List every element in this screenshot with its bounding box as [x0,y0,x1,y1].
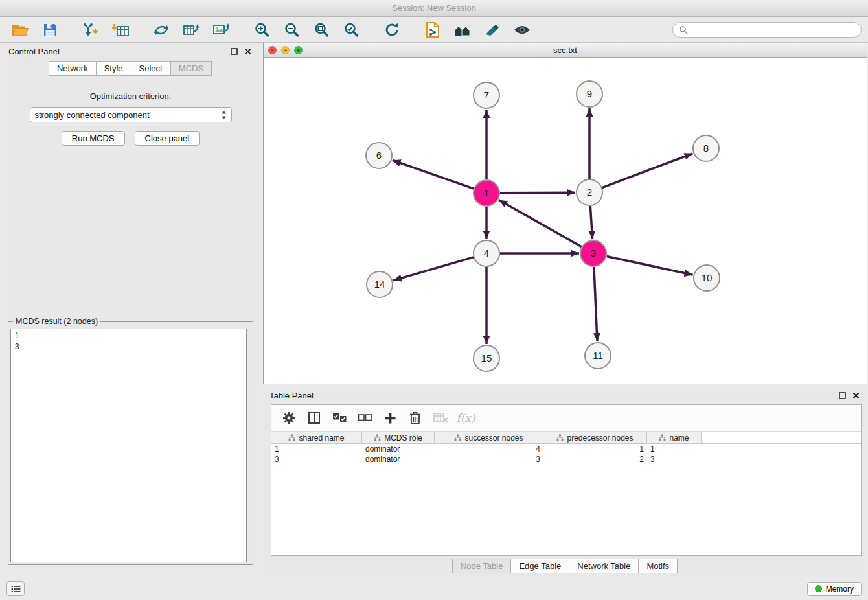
dropdown-arrows-icon [221,110,227,120]
table-export-icon [183,23,200,37]
table-toolbar: f(x) [271,405,861,432]
table-cell: 3 [647,454,702,465]
edge-4-14[interactable] [393,257,474,281]
refresh-layout-button[interactable] [378,19,405,40]
select-all-button[interactable] [328,408,350,428]
share-document-button[interactable] [419,19,446,40]
table-panel-tabs: Node TableEdge TableNetwork TableMotifs [263,559,867,573]
edge-1-6[interactable] [393,160,474,189]
search-box[interactable] [672,22,862,38]
zoom-window-icon[interactable] [294,46,303,54]
tab-mcds[interactable]: MCDS [170,61,212,76]
column-label: name [669,433,689,443]
node-label-3: 3 [591,248,596,259]
home-button[interactable] [449,19,476,40]
column-header-mcds-role[interactable]: MCDS role [362,432,435,443]
column-header-shared-name[interactable]: shared name [271,432,362,443]
export-image-button[interactable] [207,19,234,40]
table-row[interactable]: 1dominator411 [271,444,861,454]
column-label: shared name [299,433,344,443]
clone-network-button[interactable] [148,19,175,40]
zoom-fit-button[interactable] [308,19,335,40]
import-network-button[interactable] [77,19,104,40]
column-header-successor-nodes[interactable]: successor nodes [435,432,543,443]
eye-icon [514,24,531,36]
edge-3-10[interactable] [607,256,693,275]
zoom-out-button[interactable] [278,19,305,40]
save-session-button[interactable] [36,19,63,40]
edge-2-8[interactable] [602,154,693,188]
fx-icon: f(x) [456,411,475,424]
zoom-in-button[interactable] [248,19,275,40]
window-controls [268,46,303,54]
close-window-icon[interactable] [268,46,277,54]
run-mcds-button[interactable]: Run MCDS [62,131,125,146]
delete-column-button[interactable] [404,408,426,428]
float-panel-icon[interactable] [229,46,239,56]
column-type-icon [454,434,461,441]
zoom-selected-icon [343,22,360,38]
tab-motifs[interactable]: Motifs [638,559,678,573]
edge-3-1[interactable] [499,200,582,247]
close-panel-icon[interactable] [242,46,253,56]
main-toolbar [0,17,868,43]
control-panel-title: Control Panel [8,47,60,56]
function-builder-button[interactable]: f(x) [455,408,477,428]
close-table-panel-icon[interactable] [851,390,861,400]
tab-network[interactable]: Network [49,61,97,76]
zoom-fit-icon [314,22,330,38]
tab-network-table[interactable]: Network Table [569,559,639,573]
minimize-window-icon[interactable] [281,46,290,54]
criterion-dropdown[interactable]: strongly connected component [30,107,232,122]
task-history-button[interactable] [6,581,25,596]
table-cell: 3 [435,454,543,465]
column-type-icon [556,434,564,441]
plus-icon [384,412,396,424]
memory-status-icon [815,585,822,592]
tab-node-table[interactable]: Node Table [452,559,512,573]
show-columns-button[interactable] [303,408,325,428]
refresh-icon [384,22,400,38]
show-graphics-button[interactable] [508,19,536,40]
delete-table-button[interactable] [429,408,451,428]
export-table-button[interactable] [177,19,205,40]
network-arrows-icon [153,23,170,37]
column-header-predecessor-nodes[interactable]: predecessor nodes [543,432,647,443]
zoom-in-icon [254,22,270,38]
home-icon [453,23,472,37]
network-graph[interactable]: 7968124314101511 [264,58,867,384]
document-share-icon [426,22,440,38]
search-input[interactable] [691,25,855,34]
trash-icon [409,411,421,424]
zoom-selected-button[interactable] [337,19,365,40]
column-type-icon [659,434,666,441]
tab-select[interactable]: Select [131,61,171,76]
table-row[interactable]: 3dominator323 [271,454,861,465]
edge-2-3[interactable] [590,206,592,239]
titlebar: Session: New Session [0,0,868,17]
open-session-button[interactable] [6,19,34,40]
save-floppy-icon [43,23,57,37]
deselect-all-button[interactable] [354,408,376,428]
table-settings-button[interactable] [278,408,300,428]
app-window: Session: New Session [0,0,868,600]
close-panel-button[interactable]: Close panel [135,131,200,146]
tab-style[interactable]: Style [96,61,131,76]
table-panel: Table Panel [263,387,867,576]
float-table-panel-icon[interactable] [837,390,847,400]
column-header-name[interactable]: name [647,432,702,443]
node-label-11: 11 [593,350,603,361]
edge-3-11[interactable] [594,267,597,341]
mcds-result-list[interactable]: 1 3 [10,329,247,562]
gear-icon [282,411,295,424]
memory-button[interactable]: Memory [807,582,862,596]
table-cell: 1 [543,444,647,454]
open-folder-icon [12,23,29,37]
tab-edge-table[interactable]: Edge Table [510,559,569,573]
paintbrush-icon [485,23,500,37]
add-column-button[interactable] [379,408,401,428]
import-table-button[interactable] [107,19,134,40]
edge-1-2[interactable] [500,192,575,193]
apply-style-button[interactable] [479,19,506,40]
node-label-1: 1 [484,187,489,198]
